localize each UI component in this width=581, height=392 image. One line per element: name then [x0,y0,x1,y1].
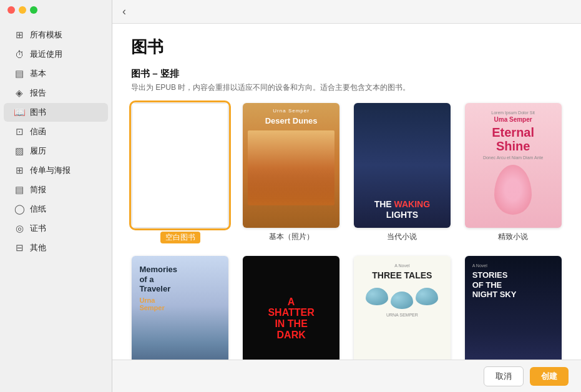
sidebar-item-resume[interactable]: ▨ 履历 [4,142,108,160]
back-button[interactable]: ‹ [122,5,126,18]
sidebar-item-all-templates[interactable]: ⊞ 所有模板 [4,26,108,44]
three-eggs-container [366,288,438,309]
memories-author: UrnaSemper [139,296,221,311]
sidebar-item-label: 简报 [30,184,46,195]
template-label-desert: 基本（照片） [269,232,314,242]
sidebar-item-other[interactable]: ⊟ 其他 [4,238,108,257]
sidebar-item-label: 信函 [30,126,46,137]
basic-icon: ▤ [14,68,25,79]
create-button[interactable]: 创建 [530,367,569,386]
template-thumb-waking: THE WAKINGLIGHTS [354,103,451,228]
template-label-uma: 精致小说 [498,232,528,242]
main-panel: ‹ 图书 图书 – 竖排 导出为 EPUB 时，内容会重排以适应不同的设备和方向… [112,0,581,392]
resume-icon: ▨ [14,145,25,157]
night-title: STORIESOF THENIGHT SKY [472,270,554,300]
sidebar-item-label: 证书 [30,223,46,234]
template-waking[interactable]: THE WAKINGLIGHTS 当代小说 [353,103,452,243]
sidebar-item-basic[interactable]: ▤ 基本 [4,64,108,83]
template-label-waking: 当代小说 [387,232,417,242]
template-blank[interactable]: 空白图书 [131,103,230,243]
sidebar-item-label: 传单与海报 [30,165,71,176]
fullscreen-button[interactable] [30,6,37,14]
desert-top-text: Urna Semper [273,108,310,114]
sidebar-item-newsletter[interactable]: ▤ 简报 [4,180,108,199]
sidebar-item-label: 基本 [30,68,46,79]
sidebar-item-label: 信纸 [30,203,46,215]
letters-icon: ⊡ [14,126,25,137]
template-thumb-blank [132,103,228,228]
uma-top: Lorem Ipsum Dolor Sit [491,110,535,115]
template-grid: 空白图书 Urna Semper Desert Dunes 基本（照片） [131,103,562,392]
page-title: 图书 [131,36,562,58]
night-novel: A Novel [472,263,554,268]
books-icon: 📖 [14,107,25,118]
template-uma[interactable]: Lorem Ipsum Dolor Sit Uma Semper Eternal… [464,103,562,243]
desert-image [248,130,334,205]
sidebar-item-stationery[interactable]: ◯ 信纸 [4,200,108,218]
section-desc: 导出为 EPUB 时，内容会重排以适应不同的设备和方向。适合主要包含文本的图书。 [131,82,562,93]
template-thumb-uma: Lorem Ipsum Dolor Sit Uma Semper Eternal… [465,103,562,228]
template-desert[interactable]: Urna Semper Desert Dunes 基本（照片） [242,103,341,243]
desert-preview: Urna Semper Desert Dunes [243,103,339,228]
sidebar-item-certificate[interactable]: ◎ 证书 [4,219,108,238]
desert-title: Desert Dunes [265,116,318,125]
egg3 [416,288,438,305]
template-label-blank: 空白图书 [160,232,200,243]
uma-title: EternalShine [492,125,534,153]
sidebar-item-books[interactable]: 📖 图书 [4,103,108,122]
title-bar: ‹ [112,0,581,24]
shatter-title: ASHATTERIN THEDARK [268,296,314,340]
newsletter-icon: ▤ [14,184,25,195]
three-author: URNA SEMPER [386,313,418,317]
window-traffic-lights [7,6,37,14]
three-title: THREE TALES [372,270,432,280]
uma-name: Uma Semper [494,116,532,123]
sidebar-item-flyer[interactable]: ⊞ 传单与海报 [4,161,108,180]
sidebar-item-report[interactable]: ◈ 报告 [4,84,108,102]
content-area: 图书 图书 – 竖排 导出为 EPUB 时，内容会重排以适应不同的设备和方向。适… [112,24,581,392]
flyer-icon: ⊞ [14,165,25,176]
other-icon: ⊟ [14,242,25,253]
sidebar-item-label: 报告 [30,87,46,99]
waking-title: THE WAKINGLIGHTS [374,199,430,220]
sidebar-item-label: 履历 [30,145,46,157]
sidebar-item-label: 其他 [30,242,46,253]
recent-icon: ⏱ [14,49,25,60]
memories-title: Memoriesof aTraveler [139,265,221,294]
all-templates-icon: ⊞ [14,29,25,41]
section-title: 图书 – 竖排 [131,68,562,80]
stationery-icon: ◯ [14,203,25,215]
sidebar-item-label: 所有模板 [30,29,62,41]
cancel-button[interactable]: 取消 [484,366,524,386]
uma-sub: Donec Arcu et Niam Diam Ante [483,155,544,160]
close-button[interactable] [7,6,15,14]
blank-preview [132,103,228,228]
minimize-button[interactable] [19,6,26,14]
uma-flower [494,165,532,215]
sidebar-item-recent[interactable]: ⏱ 最近使用 [4,45,108,64]
waking-preview: THE WAKINGLIGHTS [354,103,451,228]
three-subtitle: A Novel [394,263,409,268]
sidebar-item-label: 最近使用 [30,49,62,60]
sidebar-item-letters[interactable]: ⊡ 信函 [4,122,108,141]
sidebar-item-label: 图书 [30,107,46,118]
bottom-bar: 取消 创建 [112,360,581,392]
certificate-icon: ◎ [14,223,25,234]
uma-preview: Lorem Ipsum Dolor Sit Uma Semper Eternal… [465,103,562,228]
report-icon: ◈ [14,87,25,99]
egg2 [391,292,413,309]
sidebar: ⊞ 所有模板 ⏱ 最近使用 ▤ 基本 ◈ 报告 📖 图书 ⊡ 信函 ▨ 履历 ⊞… [0,0,112,392]
egg1 [366,288,388,305]
template-thumb-desert: Urna Semper Desert Dunes [243,103,339,228]
